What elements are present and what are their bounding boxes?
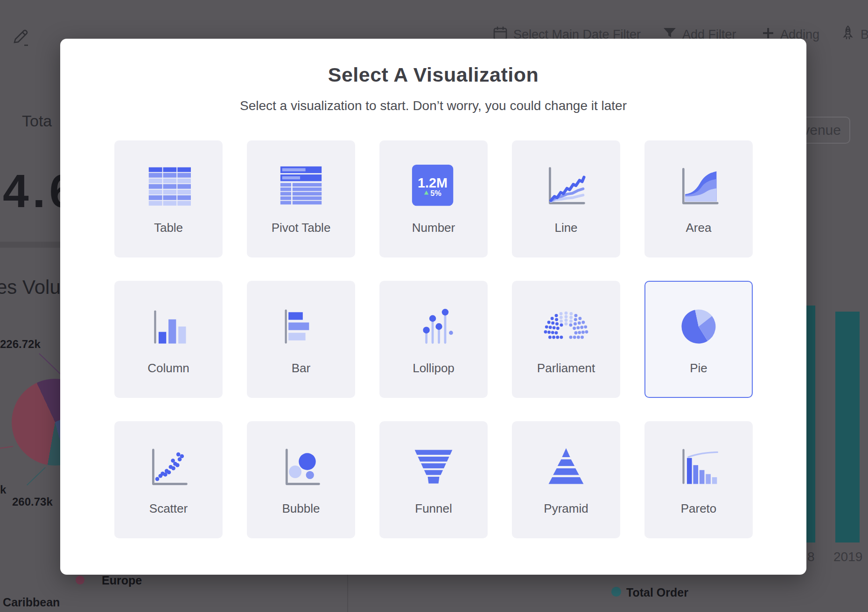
pivot-chart-icon (279, 164, 323, 209)
rocket-icon (841, 25, 855, 44)
tile-label: Parliament (537, 361, 595, 376)
tile-pareto[interactable]: Pareto (644, 421, 753, 538)
legend-caribbean-clipped: ne Caribbean (0, 596, 60, 609)
visualization-grid: Table Pivot Table 1.2M 5% Number Line Ar… (114, 140, 753, 538)
funnel-chart-icon (411, 445, 456, 489)
tile-line[interactable]: Line (512, 140, 620, 257)
tile-pyramid[interactable]: Pyramid (512, 421, 620, 538)
bubble-chart-icon (279, 445, 323, 489)
pie-leader-line (0, 446, 13, 449)
pareto-chart-icon (676, 445, 721, 489)
legend-dot-europe (76, 576, 84, 584)
parliament-chart-icon (544, 304, 588, 349)
tile-label: Line (554, 221, 577, 235)
pie-label-2: 260.73k (12, 495, 53, 508)
legend-dot-total-order (611, 587, 621, 597)
visualization-modal: Select A Visualization Select a visualiz… (60, 39, 806, 575)
pie-leader-line (27, 467, 46, 486)
tile-area[interactable]: Area (644, 140, 753, 257)
legend-total-order: Total Order (626, 586, 688, 599)
legend-europe: Europe (102, 574, 142, 587)
tile-label: Pivot Table (272, 221, 331, 235)
kpi-title-clipped: Tota (22, 112, 52, 130)
modal-title: Select A Visualization (60, 63, 806, 86)
screen: Select Main Date Filter Add Filter Addin… (0, 0, 868, 612)
tile-label: Scatter (149, 501, 188, 516)
toolbar-label: B (861, 28, 868, 42)
tile-label: Pyramid (544, 501, 588, 516)
tile-number[interactable]: 1.2M 5% Number (379, 140, 488, 257)
pie-card-title-clipped: es Volu (0, 276, 61, 299)
tile-pivot[interactable]: Pivot Table (247, 140, 355, 257)
tile-label: Number (412, 221, 455, 235)
tile-parliament[interactable]: Parliament (512, 281, 620, 398)
tile-bubble[interactable]: Bubble (247, 421, 355, 538)
line-chart-icon (544, 164, 588, 209)
bar-2019 (835, 312, 860, 542)
tile-table[interactable]: Table (114, 140, 223, 257)
bar-chart-icon (279, 304, 323, 349)
number-kpi-delta: 5% (430, 189, 441, 197)
pie-label-1: k (0, 483, 6, 496)
tile-scatter[interactable]: Scatter (114, 421, 223, 538)
column-chart-icon (146, 304, 191, 349)
tile-label: Lollipop (413, 361, 455, 376)
scatter-chart-icon (146, 445, 191, 489)
panel-divider (347, 575, 348, 612)
tile-label: Area (686, 221, 712, 235)
table-chart-icon (146, 164, 191, 209)
pencil-icon[interactable] (12, 28, 30, 49)
tile-bar[interactable]: Bar (247, 281, 355, 398)
tile-label: Pareto (681, 501, 717, 516)
tile-label: Pie (690, 361, 707, 376)
tile-label: Column (147, 361, 189, 376)
lollipop-chart-icon (411, 304, 456, 349)
modal-subtitle: Select a visualization to start. Don’t w… (60, 98, 806, 113)
card-gap-band (0, 242, 60, 248)
number-kpi-value: 1.2M (418, 175, 448, 190)
tile-label: Bubble (282, 501, 320, 516)
tile-column[interactable]: Column (114, 281, 223, 398)
tile-label: Table (154, 221, 183, 235)
toolbar-item-boost[interactable]: B (841, 24, 868, 45)
revenue-button-label: venue (803, 122, 841, 138)
x-label-2018-clipped: 8 (807, 549, 815, 564)
tile-funnel[interactable]: Funnel (379, 421, 488, 538)
x-label-2019: 2019 (833, 549, 862, 564)
pie-chart-icon (676, 304, 721, 349)
tile-lollipop[interactable]: Lollipop (379, 281, 488, 398)
tile-label: Bar (292, 361, 310, 376)
number-chart-icon: 1.2M 5% (411, 164, 456, 209)
area-chart-icon (676, 164, 721, 209)
tile-label: Funnel (415, 501, 452, 516)
pie-label-0: 226.72k (0, 338, 41, 351)
pyramid-chart-icon (544, 445, 588, 489)
tile-pie[interactable]: Pie (644, 281, 753, 398)
